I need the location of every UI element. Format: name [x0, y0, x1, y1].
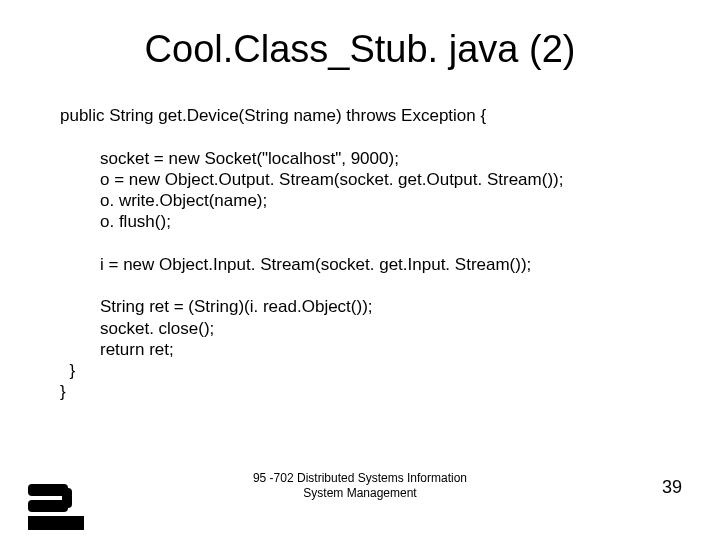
code-line: o. flush();: [60, 211, 563, 232]
code-line: socket = new Socket("localhost", 9000);: [60, 148, 563, 169]
logo-icon: [28, 484, 84, 530]
code-line: }: [60, 381, 563, 402]
svg-rect-2: [28, 516, 84, 530]
code-line: public String get.Device(String name) th…: [60, 105, 563, 126]
code-line: return ret;: [60, 339, 563, 360]
slide: Cool.Class_Stub. java (2) public String …: [0, 0, 720, 540]
code-line: socket. close();: [60, 318, 563, 339]
footer-line2: System Management: [0, 486, 720, 500]
code-line: o = new Object.Output. Stream(socket. ge…: [60, 169, 563, 190]
page-number: 39: [662, 477, 682, 498]
code-line: String ret = (String)(i. read.Object());: [60, 296, 563, 317]
code-line: }: [60, 360, 563, 381]
footer: 95 -702 Distributed Systems Information …: [0, 471, 720, 500]
slide-title: Cool.Class_Stub. java (2): [0, 0, 720, 71]
footer-line1: 95 -702 Distributed Systems Information: [0, 471, 720, 485]
svg-rect-3: [62, 488, 72, 508]
code-line: i = new Object.Input. Stream(socket. get…: [60, 254, 563, 275]
code-block: public String get.Device(String name) th…: [60, 105, 563, 403]
code-line: o. write.Object(name);: [60, 190, 563, 211]
